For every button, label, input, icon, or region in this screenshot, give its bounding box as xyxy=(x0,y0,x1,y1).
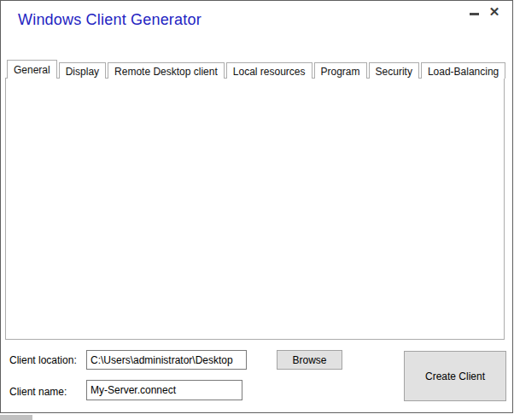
client-name-label: Client name: xyxy=(9,386,67,398)
client-location-input[interactable] xyxy=(86,350,247,370)
tab-strip: General Display Remote Desktop client Lo… xyxy=(7,60,507,79)
app-window: Windows Client Generator ✕ General Displ… xyxy=(0,0,513,413)
create-client-button-label: Create Client xyxy=(425,370,485,382)
screenshot-stage: Windows Client Generator ✕ General Displ… xyxy=(0,0,514,420)
tab-label: Security xyxy=(376,66,412,78)
tab-label: Local resources xyxy=(233,66,306,78)
background-fragment xyxy=(0,415,32,420)
client-location-label: Client location: xyxy=(9,354,77,366)
tab-display[interactable]: Display xyxy=(59,62,106,79)
tab-label: Program xyxy=(321,66,360,78)
tab-general[interactable]: General xyxy=(7,60,57,79)
tab-page-general xyxy=(5,78,505,340)
tab-security[interactable]: Security xyxy=(369,62,419,79)
close-button[interactable]: ✕ xyxy=(484,2,505,22)
minimize-icon xyxy=(470,13,479,15)
tab-label: Remote Desktop client xyxy=(114,66,218,78)
tab-label: Load-Balancing xyxy=(428,66,499,78)
tab-load-balancing[interactable]: Load-Balancing xyxy=(421,62,505,79)
create-client-button[interactable]: Create Client xyxy=(404,351,506,401)
window-title: Windows Client Generator xyxy=(18,11,202,29)
tab-label: General xyxy=(14,64,50,76)
tab-label: Display xyxy=(66,66,99,78)
tab-local-resources[interactable]: Local resources xyxy=(226,62,312,79)
tab-remote-desktop-client[interactable]: Remote Desktop client xyxy=(108,62,225,79)
client-name-input[interactable] xyxy=(86,380,242,400)
tab-program[interactable]: Program xyxy=(314,62,367,79)
close-icon: ✕ xyxy=(489,4,500,20)
minimize-button[interactable] xyxy=(466,8,482,20)
browse-button[interactable]: Browse xyxy=(277,350,342,370)
browse-button-label: Browse xyxy=(292,354,326,366)
